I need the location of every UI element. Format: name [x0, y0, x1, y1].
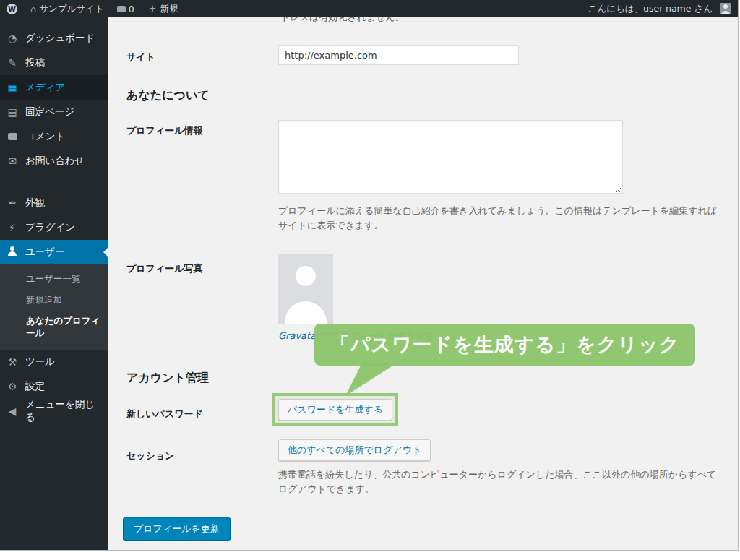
clipped-description-text: ドレスは有効化されません。: [280, 17, 405, 24]
logout-everywhere-button[interactable]: 他のすべての場所でログアウト: [278, 439, 431, 461]
sidebar-item-label: ダッシュボード: [25, 32, 95, 45]
bio-field-label: プロフィール情報: [126, 124, 203, 137]
sidebar-item-label: メディア: [25, 81, 65, 94]
submenu-item-your-profile[interactable]: あなたのプロフィール: [0, 311, 108, 344]
wordpress-admin-window: W ⌂ サンプルサイト 0 ＋ 新規 こんにちは、user-name さん: [0, 0, 739, 551]
annotation-callout: 「パスワードを生成する」をクリック: [314, 324, 695, 366]
wordpress-logo-icon: W: [7, 4, 17, 14]
users-submenu: ユーザー一覧 新規追加 あなたのプロフィール: [0, 264, 108, 350]
sidebar-item-label: ツール: [25, 356, 55, 369]
annotation-highlight-box: パスワードを生成する: [272, 393, 398, 426]
account-management-heading: アカウント管理: [126, 371, 209, 386]
bio-textarea[interactable]: [278, 120, 623, 194]
collapse-arrow-icon: ◀: [6, 405, 19, 417]
site-name: サンプルサイト: [39, 3, 104, 15]
sidebar-item-label: 設定: [25, 380, 45, 393]
annotation-callout-tail: [345, 363, 396, 396]
generate-password-button[interactable]: パスワードを生成する: [278, 399, 392, 421]
comment-count: 0: [129, 4, 134, 14]
bio-description: プロフィールに添える簡単な自己紹介を書き入れてみましょう。この情報はテンプレート…: [278, 204, 720, 232]
menu-separator: [0, 173, 108, 191]
comments-icon: [6, 131, 19, 142]
dashboard-icon: ◔: [6, 33, 19, 44]
greeting-text: こんにちは、user-name さん: [588, 3, 713, 15]
admin-bar-left: W ⌂ サンプルサイト 0 ＋ 新規: [0, 0, 185, 17]
sidebar-item-label: メニューを閉じる: [25, 398, 103, 424]
submenu-item-user-list[interactable]: ユーザー一覧: [0, 269, 108, 290]
avatar: [720, 3, 731, 14]
account-menu-button[interactable]: こんにちは、user-name さん: [582, 0, 738, 17]
sidebar-item-plugins[interactable]: ⚡ プラグイン: [0, 215, 108, 240]
comment-bubble-icon: [117, 6, 126, 12]
media-icon: ▦: [6, 82, 19, 93]
about-you-heading: あなたについて: [126, 88, 210, 103]
update-profile-button[interactable]: プロフィールを更新: [123, 517, 231, 540]
admin-bar: W ⌂ サンプルサイト 0 ＋ 新規 こんにちは、user-name さん: [0, 0, 738, 17]
tools-icon: ⚒: [6, 356, 19, 368]
sidebar-item-media[interactable]: ▦ メディア: [0, 75, 108, 100]
new-label: 新規: [160, 3, 178, 15]
profile-photo-label: プロフィール写真: [126, 262, 203, 275]
users-icon: [6, 246, 19, 258]
site-url-input[interactable]: [278, 45, 519, 65]
submenu-item-add-new[interactable]: 新規追加: [0, 290, 108, 311]
profile-form-content: ドレスは有効化されません。 サイト あなたについて プロフィール情報 プロフィー…: [108, 17, 738, 550]
sidebar-item-label: ユーザー: [25, 246, 65, 259]
sidebar-item-posts[interactable]: ✎ 投稿: [0, 51, 108, 75]
home-icon: ⌂: [30, 4, 36, 14]
sessions-label: セッション: [126, 449, 175, 462]
plugin-icon: ⚡: [6, 222, 19, 233]
sidebar-item-tools[interactable]: ⚒ ツール: [0, 350, 108, 374]
wordpress-logo-button[interactable]: W: [0, 0, 24, 17]
pushpin-icon: ✎: [6, 57, 19, 69]
sidebar-item-label: 外観: [25, 197, 45, 210]
comments-shortcut-button[interactable]: 0: [111, 0, 141, 17]
sidebar-item-dashboard[interactable]: ◔ ダッシュボード: [0, 26, 108, 51]
sidebar-item-label: 投稿: [25, 56, 45, 69]
profile-photo-placeholder: [278, 254, 333, 324]
sidebar-item-label: コメント: [25, 130, 65, 143]
visit-site-button[interactable]: ⌂ サンプルサイト: [24, 0, 111, 17]
site-field-label: サイト: [126, 51, 155, 64]
pages-icon: ▤: [6, 106, 19, 118]
sidebar-item-collapse-menu[interactable]: ◀ メニューを閉じる: [0, 399, 108, 423]
new-password-label: 新しいパスワード: [126, 408, 203, 421]
settings-icon: ⚙: [6, 381, 19, 392]
sessions-description: 携帯電話を紛失したり、公共のコンピューターからログインした場合、ここ以外の他の場…: [278, 468, 720, 496]
sidebar-item-pages[interactable]: ▤ 固定ページ: [0, 100, 108, 124]
sidebar-item-users[interactable]: ユーザー: [0, 240, 108, 264]
appearance-brush-icon: ✒: [6, 197, 19, 209]
mail-icon: ✉: [6, 155, 19, 167]
admin-bar-right: こんにちは、user-name さん: [582, 0, 738, 17]
sidebar-item-label: 固定ページ: [25, 105, 74, 119]
sidebar-item-settings[interactable]: ⚙ 設定: [0, 374, 108, 399]
sidebar-item-appearance[interactable]: ✒ 外観: [0, 191, 108, 215]
sidebar-item-contact[interactable]: ✉ お問い合わせ: [0, 149, 108, 173]
sidebar-item-comments[interactable]: コメント: [0, 124, 108, 149]
sidebar-item-label: お問い合わせ: [25, 155, 85, 168]
sidebar-item-label: プラグイン: [25, 221, 75, 234]
plus-icon: ＋: [147, 2, 158, 15]
new-content-button[interactable]: ＋ 新規: [141, 0, 185, 17]
admin-sidebar: ◔ ダッシュボード ✎ 投稿 ▦ メディア ▤ 固定ページ コメント ✉ お問い…: [0, 17, 108, 550]
